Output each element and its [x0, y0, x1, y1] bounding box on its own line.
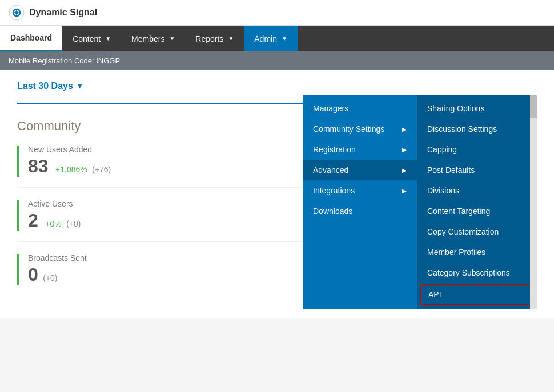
secondary-item-divisions[interactable]: Divisions [417, 180, 537, 201]
active-users-change: +0% [45, 219, 61, 228]
nav-item-reports[interactable]: Reports ▼ [185, 26, 244, 51]
admin-dropdown-secondary: Sharing Options Discussion Settings Capp… [417, 95, 537, 309]
main-content: Last 30 Days ▼ Community New Users Added… [0, 70, 554, 318]
secondary-item-content-targeting[interactable]: Content Targeting [417, 201, 537, 221]
secondary-item-category-subscriptions[interactable]: Category Subscriptions [417, 262, 537, 283]
integrations-arrow: ▶ [402, 188, 407, 194]
broadcasts-change-raw: (+0) [43, 273, 57, 282]
advanced-arrow: ▶ [402, 167, 407, 173]
broadcasts-value: 0 [28, 264, 38, 285]
secondary-item-member-profiles[interactable]: Member Profiles [417, 242, 537, 262]
logo-area[interactable]: Dynamic Signal [9, 5, 97, 21]
nav-item-members[interactable]: Members ▼ [121, 26, 185, 51]
scrollbar-thumb[interactable] [530, 95, 537, 118]
dropdown-item-integrations[interactable]: Integrations ▶ [303, 180, 417, 201]
secondary-item-capping[interactable]: Capping [417, 139, 537, 160]
new-users-change-raw: (+76) [92, 165, 111, 174]
active-users-value: 2 [28, 210, 38, 231]
dropdown-item-registration[interactable]: Registration ▶ [303, 139, 417, 160]
admin-dropdown: Managers Community Settings ▶ Registrati… [303, 95, 537, 309]
logo-text: Dynamic Signal [29, 7, 97, 18]
svg-point-1 [15, 11, 18, 14]
header-bar: Dynamic Signal [0, 0, 554, 26]
admin-caret: ▼ [282, 35, 287, 42]
date-selector[interactable]: Last 30 Days ▼ [17, 81, 83, 91]
reg-bar: Mobile Registration Code: INGGP [0, 51, 554, 70]
secondary-item-sharing-options[interactable]: Sharing Options [417, 98, 537, 119]
logo-icon [9, 5, 25, 21]
community-settings-arrow: ▶ [402, 126, 407, 132]
nav-item-dashboard[interactable]: Dashboard [0, 26, 62, 51]
nav-item-content[interactable]: Content ▼ [62, 26, 121, 51]
nav-item-admin[interactable]: Admin ▼ [244, 26, 298, 51]
members-caret: ▼ [169, 35, 175, 42]
new-users-change: +1,086% [55, 165, 87, 174]
broadcasts-label: Broadcasts Sent [28, 253, 87, 262]
active-users-change-raw: (+0) [66, 219, 81, 228]
secondary-item-post-defaults[interactable]: Post Defaults [417, 160, 537, 180]
new-users-value: 83 [28, 156, 49, 176]
dropdown-item-community-settings[interactable]: Community Settings ▶ [303, 119, 417, 139]
active-users-label: Active Users [28, 199, 81, 208]
reports-caret: ▼ [228, 35, 234, 42]
content-caret: ▼ [105, 35, 111, 42]
secondary-item-discussion-settings[interactable]: Discussion Settings [417, 119, 537, 139]
dropdown-item-advanced[interactable]: Advanced ▶ [303, 160, 417, 180]
nav-bar: Dashboard Content ▼ Members ▼ Reports ▼ … [0, 26, 554, 51]
stat-bar-active-users [17, 200, 19, 231]
dropdown-item-managers[interactable]: Managers [303, 98, 417, 119]
admin-dropdown-primary: Managers Community Settings ▶ Registrati… [303, 95, 417, 309]
stat-bar-broadcasts [17, 254, 19, 285]
registration-arrow: ▶ [402, 147, 407, 153]
date-caret-icon: ▼ [77, 82, 83, 90]
scrollbar[interactable] [530, 95, 537, 309]
secondary-item-api[interactable]: API [420, 284, 534, 305]
new-users-label: New Users Added [28, 145, 111, 154]
stat-bar-new-users [17, 146, 19, 177]
dropdown-item-downloads[interactable]: Downloads [303, 201, 417, 221]
secondary-item-copy-customization[interactable]: Copy Customization [417, 221, 537, 242]
